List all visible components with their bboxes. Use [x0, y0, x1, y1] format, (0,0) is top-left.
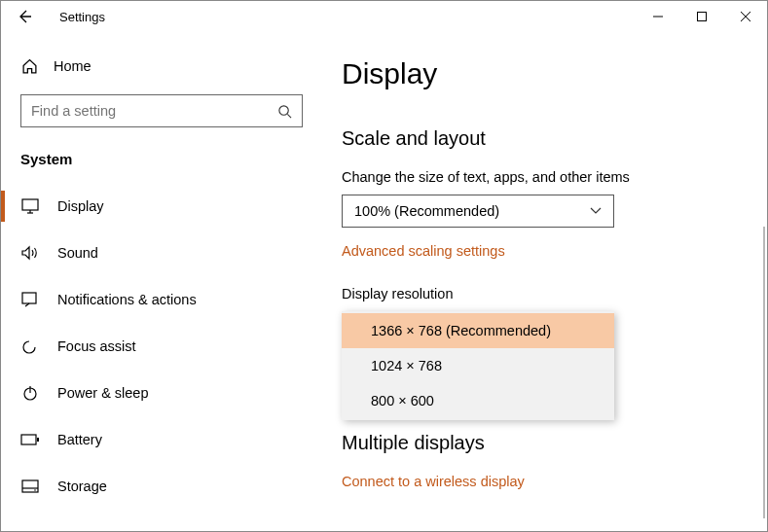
- battery-icon: [20, 430, 40, 449]
- nav-display[interactable]: Display: [1, 183, 322, 230]
- nav-label: Power & sleep: [57, 385, 149, 401]
- scale-dropdown[interactable]: 100% (Recommended): [342, 195, 614, 228]
- sound-icon: [20, 243, 40, 263]
- group-title: System: [1, 145, 322, 183]
- scrollbar[interactable]: [763, 227, 765, 518]
- home-label: Home: [54, 58, 91, 74]
- svg-point-4: [279, 105, 288, 114]
- nav-label: Focus assist: [57, 338, 136, 354]
- sidebar: Home System Display: [1, 32, 322, 531]
- nav-sound[interactable]: Sound: [1, 230, 322, 276]
- resolution-label: Display resolution: [342, 286, 728, 301]
- nav-power-sleep[interactable]: Power & sleep: [1, 370, 322, 416]
- close-button[interactable]: [723, 1, 767, 32]
- page-title: Display: [342, 57, 728, 90]
- home-nav[interactable]: Home: [1, 52, 322, 81]
- resolution-popup: 1366 × 768 (Recommended) 1024 × 768 800 …: [342, 311, 614, 420]
- titlebar: Settings: [1, 1, 767, 32]
- nav-label: Sound: [57, 245, 98, 261]
- resolution-option[interactable]: 1366 × 768 (Recommended): [342, 313, 614, 348]
- scale-change-label: Change the size of text, apps, and other…: [342, 169, 728, 185]
- search-icon: [277, 104, 292, 119]
- svg-rect-13: [37, 438, 39, 442]
- nav-label: Notifications & actions: [57, 292, 197, 307]
- notifications-icon: [20, 290, 40, 309]
- back-button[interactable]: [15, 7, 34, 26]
- connect-wireless-link[interactable]: Connect to a wireless display: [342, 474, 525, 489]
- close-icon: [741, 12, 750, 21]
- nav-notifications[interactable]: Notifications & actions: [1, 276, 322, 323]
- focus-assist-icon: [20, 337, 40, 356]
- power-icon: [20, 383, 40, 403]
- nav-label: Display: [57, 198, 104, 214]
- minimize-button[interactable]: [636, 1, 679, 32]
- svg-rect-9: [22, 293, 36, 303]
- multiple-displays-section: Multiple displays Connect to a wireless …: [342, 432, 728, 516]
- maximize-button[interactable]: [679, 1, 723, 32]
- svg-line-5: [287, 114, 291, 118]
- minimize-icon: [653, 12, 663, 21]
- settings-window: Settings Home: [0, 0, 768, 532]
- nav-label: Battery: [57, 432, 102, 447]
- svg-rect-12: [21, 435, 36, 444]
- multi-heading: Multiple displays: [342, 432, 728, 454]
- search-input[interactable]: [31, 103, 277, 119]
- svg-rect-6: [22, 199, 38, 210]
- arrow-left-icon: [17, 9, 32, 24]
- search-box[interactable]: [20, 94, 303, 127]
- storage-icon: [20, 477, 40, 496]
- svg-point-16: [34, 489, 36, 491]
- content: Home System Display: [1, 32, 767, 531]
- main-panel: Display Scale and layout Change the size…: [322, 32, 767, 531]
- svg-rect-1: [697, 13, 706, 21]
- display-icon: [20, 196, 40, 216]
- nav-focus-assist[interactable]: Focus assist: [1, 323, 322, 370]
- scale-current: 100% (Recommended): [354, 203, 499, 219]
- window-controls: [636, 1, 767, 32]
- maximize-icon: [697, 12, 707, 21]
- nav-label: Storage: [57, 479, 107, 494]
- resolution-option[interactable]: 1024 × 768: [342, 348, 614, 383]
- resolution-option[interactable]: 800 × 600: [342, 383, 614, 418]
- scale-heading: Scale and layout: [342, 127, 728, 150]
- window-title: Settings: [59, 10, 105, 24]
- chevron-down-icon: [590, 207, 602, 215]
- nav-storage[interactable]: Storage: [1, 463, 322, 510]
- home-icon: [20, 57, 38, 75]
- nav-battery[interactable]: Battery: [1, 416, 322, 463]
- search-wrap: [20, 94, 303, 127]
- advanced-scaling-link[interactable]: Advanced scaling settings: [342, 243, 505, 259]
